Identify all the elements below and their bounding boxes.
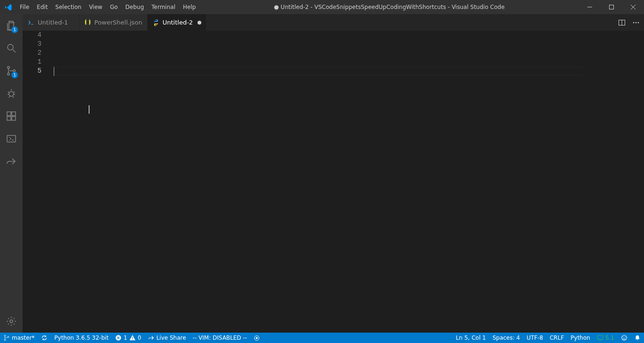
svg-point-5 [9,92,14,96]
menu-bar: File Edit Selection View Go Debug Termin… [16,0,199,14]
status-live-share[interactable]: Live Share [145,333,190,343]
powershell-icon [27,19,35,26]
status-spaces[interactable]: Spaces: 4 [489,333,523,343]
dirty-dot-icon: ● [274,4,279,10]
svg-point-22 [256,337,258,339]
svg-point-25 [623,337,624,338]
status-problems[interactable]: 1 0 [112,333,144,343]
svg-point-15 [638,22,639,23]
editor-tabs: Untitled-1 PowerShell.json Untitled-2 [23,14,644,31]
status-smiley[interactable] [618,333,631,343]
svg-rect-6 [7,112,11,116]
current-line-highlight [54,67,581,75]
window-controls [579,0,644,14]
close-button[interactable] [622,0,644,14]
menu-help[interactable]: Help [179,0,199,14]
status-recording-icon[interactable] [250,333,263,343]
explorer-badge: 1 [11,26,18,33]
svg-rect-23 [597,335,603,339]
activity-powershell[interactable] [0,127,23,150]
menu-view[interactable]: View [85,0,106,14]
json-icon [84,19,91,26]
dirty-indicator-icon [198,21,201,25]
svg-point-20 [132,339,133,340]
status-branch-text: master* [12,335,34,341]
line-number-current: 5 [23,67,41,75]
status-notifications[interactable] [631,333,644,343]
tab-untitled-2[interactable]: Untitled-2 [148,14,206,31]
text-cursor-icon [89,105,90,114]
svg-rect-9 [12,117,16,120]
activity-search[interactable] [0,37,23,59]
title-bar: File Edit Selection View Go Debug Termin… [0,0,644,14]
editor-caret [54,67,54,76]
svg-rect-7 [12,112,16,116]
status-errors: 1 [124,335,127,341]
activity-explorer[interactable]: 1 [0,14,23,37]
tab-label: Untitled-2 [163,19,193,26]
menu-debug[interactable]: Debug [122,0,148,14]
line-number: 4 [23,31,41,40]
svg-rect-8 [7,117,11,120]
window-title: ● Untitled-2 - VSCodeSnippetsSpeedUpCodi… [199,4,579,10]
svg-point-26 [625,337,626,338]
svg-point-3 [8,73,9,75]
activity-extensions[interactable] [0,105,23,127]
minimap[interactable] [581,31,637,333]
maximize-button[interactable] [601,0,622,14]
line-number: 2 [23,49,41,58]
status-vim[interactable]: -- VIM: DISABLED -- [190,333,250,343]
status-encoding[interactable]: UTF-8 [523,333,546,343]
split-editor-button[interactable] [617,17,627,28]
activity-debug[interactable] [0,82,23,105]
svg-point-17 [4,339,6,341]
svg-point-1 [8,44,13,50]
menu-selection[interactable]: Selection [51,0,85,14]
app-logo-icon [0,3,16,11]
status-warnings: 0 [138,335,141,341]
line-gutter: 4 3 2 1 5 [23,31,54,333]
svg-point-13 [633,22,635,23]
minimize-button[interactable] [579,0,601,14]
status-cursor[interactable]: Ln 5, Col 1 [453,333,489,343]
svg-rect-0 [610,5,614,9]
window-title-text: Untitled-2 - VSCodeSnippetsSpeedUpCoding… [281,4,504,10]
activity-bar: 1 1 [0,14,23,333]
status-feedback-text: 5.1 [605,335,614,341]
status-branch[interactable]: master* [0,333,38,343]
vertical-scrollbar[interactable] [637,31,644,333]
menu-go[interactable]: Go [106,0,122,14]
svg-point-24 [622,335,627,341]
more-actions-button[interactable] [631,17,641,28]
menu-file[interactable]: File [16,0,33,14]
scm-badge: 1 [11,72,18,78]
activity-source-control[interactable]: 1 [0,59,23,82]
status-eol[interactable]: CRLF [546,333,567,343]
tab-label: PowerShell.json [94,19,142,26]
tab-label: Untitled-1 [38,19,68,26]
svg-point-16 [4,335,6,336]
status-bar: master* Python 3.6.5 32-bit 1 0 Live Sha… [0,333,644,343]
svg-point-11 [10,320,13,323]
status-feedback-version[interactable]: 5.1 [594,333,618,343]
svg-point-2 [8,67,9,68]
activity-settings[interactable] [0,310,23,333]
status-language[interactable]: Python [567,333,594,343]
svg-point-14 [636,22,637,23]
line-number: 3 [23,40,41,49]
editor-area[interactable]: 4 3 2 1 5 [23,31,644,333]
menu-edit[interactable]: Edit [33,0,51,14]
line-number: 1 [23,58,41,67]
status-sync[interactable] [38,333,51,343]
tab-untitled-1[interactable]: Untitled-1 [23,14,79,31]
menu-terminal[interactable]: Terminal [148,0,179,14]
status-python-env[interactable]: Python 3.6.5 32-bit [51,333,112,343]
python-icon [152,19,160,26]
tab-powershell-json[interactable]: PowerShell.json [79,14,148,31]
activity-live-share[interactable] [0,150,23,173]
status-live-share-text: Live Share [157,335,186,341]
